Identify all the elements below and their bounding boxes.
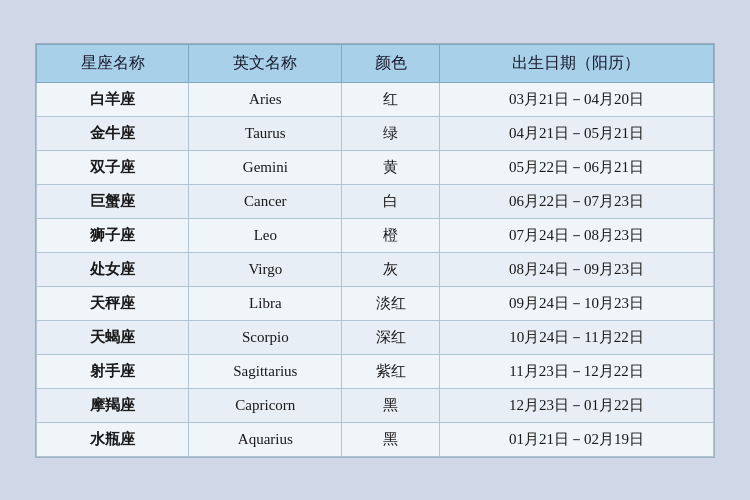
- table-cell-4-3: 07月24日－08月23日: [439, 218, 713, 252]
- table-row: 天蝎座Scorpio深红10月24日－11月22日: [37, 320, 714, 354]
- table-cell-2-2: 黄: [342, 150, 440, 184]
- table-cell-1-2: 绿: [342, 116, 440, 150]
- table-cell-10-0: 水瓶座: [37, 422, 189, 456]
- table-cell-10-2: 黑: [342, 422, 440, 456]
- table-cell-10-3: 01月21日－02月19日: [439, 422, 713, 456]
- table-cell-0-3: 03月21日－04月20日: [439, 82, 713, 116]
- table-cell-3-3: 06月22日－07月23日: [439, 184, 713, 218]
- table-row: 金牛座Taurus绿04月21日－05月21日: [37, 116, 714, 150]
- table-cell-4-1: Leo: [189, 218, 342, 252]
- table-cell-0-2: 红: [342, 82, 440, 116]
- table-row: 射手座Sagittarius紫红11月23日－12月22日: [37, 354, 714, 388]
- table-row: 天秤座Libra淡红09月24日－10月23日: [37, 286, 714, 320]
- table-cell-0-1: Aries: [189, 82, 342, 116]
- table-cell-8-0: 射手座: [37, 354, 189, 388]
- table-cell-7-2: 深红: [342, 320, 440, 354]
- table-row: 摩羯座Capricorn黑12月23日－01月22日: [37, 388, 714, 422]
- table-cell-5-2: 灰: [342, 252, 440, 286]
- table-cell-2-1: Gemini: [189, 150, 342, 184]
- zodiac-table: 星座名称英文名称颜色出生日期（阳历） 白羊座Aries红03月21日－04月20…: [36, 44, 714, 457]
- table-row: 白羊座Aries红03月21日－04月20日: [37, 82, 714, 116]
- table-cell-2-0: 双子座: [37, 150, 189, 184]
- table-cell-6-3: 09月24日－10月23日: [439, 286, 713, 320]
- table-cell-9-0: 摩羯座: [37, 388, 189, 422]
- table-cell-10-1: Aquarius: [189, 422, 342, 456]
- table-cell-5-3: 08月24日－09月23日: [439, 252, 713, 286]
- table-row: 水瓶座Aquarius黑01月21日－02月19日: [37, 422, 714, 456]
- table-header-cell: 颜色: [342, 44, 440, 82]
- table-cell-5-1: Virgo: [189, 252, 342, 286]
- table-row: 处女座Virgo灰08月24日－09月23日: [37, 252, 714, 286]
- table-row: 狮子座Leo橙07月24日－08月23日: [37, 218, 714, 252]
- table-cell-1-0: 金牛座: [37, 116, 189, 150]
- table-cell-6-2: 淡红: [342, 286, 440, 320]
- table-cell-1-1: Taurus: [189, 116, 342, 150]
- table-cell-0-0: 白羊座: [37, 82, 189, 116]
- table-cell-9-2: 黑: [342, 388, 440, 422]
- table-row: 巨蟹座Cancer白06月22日－07月23日: [37, 184, 714, 218]
- table-cell-3-1: Cancer: [189, 184, 342, 218]
- table-cell-7-1: Scorpio: [189, 320, 342, 354]
- table-cell-4-0: 狮子座: [37, 218, 189, 252]
- table-cell-6-1: Libra: [189, 286, 342, 320]
- table-cell-9-3: 12月23日－01月22日: [439, 388, 713, 422]
- table-cell-9-1: Capricorn: [189, 388, 342, 422]
- table-cell-8-2: 紫红: [342, 354, 440, 388]
- table-body: 白羊座Aries红03月21日－04月20日金牛座Taurus绿04月21日－0…: [37, 82, 714, 456]
- table-cell-7-0: 天蝎座: [37, 320, 189, 354]
- table-cell-1-3: 04月21日－05月21日: [439, 116, 713, 150]
- table-cell-5-0: 处女座: [37, 252, 189, 286]
- table-cell-4-2: 橙: [342, 218, 440, 252]
- table-cell-2-3: 05月22日－06月21日: [439, 150, 713, 184]
- table-header-cell: 英文名称: [189, 44, 342, 82]
- table-cell-3-0: 巨蟹座: [37, 184, 189, 218]
- table-header-cell: 出生日期（阳历）: [439, 44, 713, 82]
- table-cell-6-0: 天秤座: [37, 286, 189, 320]
- table-header-row: 星座名称英文名称颜色出生日期（阳历）: [37, 44, 714, 82]
- table-header-cell: 星座名称: [37, 44, 189, 82]
- table-cell-3-2: 白: [342, 184, 440, 218]
- table-row: 双子座Gemini黄05月22日－06月21日: [37, 150, 714, 184]
- table-cell-8-3: 11月23日－12月22日: [439, 354, 713, 388]
- table-cell-8-1: Sagittarius: [189, 354, 342, 388]
- table-cell-7-3: 10月24日－11月22日: [439, 320, 713, 354]
- zodiac-table-container: 星座名称英文名称颜色出生日期（阳历） 白羊座Aries红03月21日－04月20…: [35, 43, 715, 458]
